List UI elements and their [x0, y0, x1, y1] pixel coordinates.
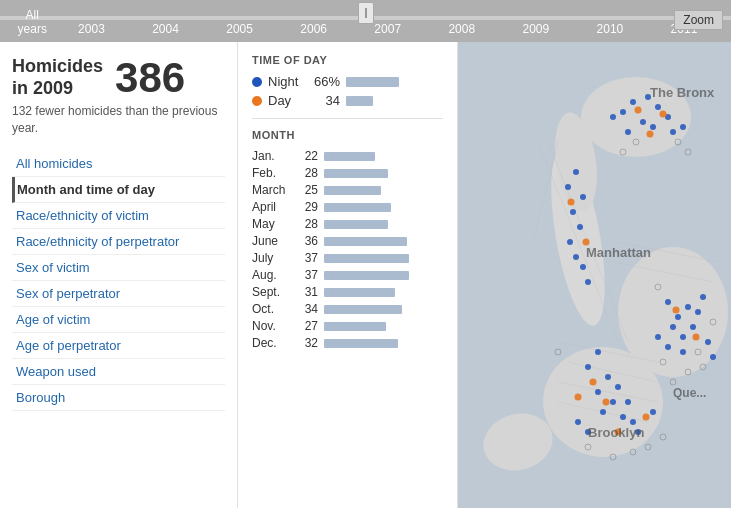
svg-point-31 [570, 209, 576, 215]
month-bar-container [324, 237, 443, 246]
month-row-oct: Oct. 34 [252, 302, 443, 316]
year-label-2009[interactable]: 2009 [499, 22, 573, 36]
svg-point-44 [620, 414, 626, 420]
svg-point-33 [567, 239, 573, 245]
svg-point-57 [690, 324, 696, 330]
year-label-2003[interactable]: 2003 [54, 22, 128, 36]
nav-item-weapon[interactable]: Weapon used [12, 359, 225, 385]
month-row-sept: Sept. 31 [252, 285, 443, 299]
svg-point-40 [595, 389, 601, 395]
month-bar-container [324, 339, 443, 348]
month-value: 36 [294, 234, 318, 248]
nav-item-all-homicides[interactable]: All homicides [12, 151, 225, 177]
svg-text:Que...: Que... [673, 386, 706, 400]
svg-point-67 [568, 199, 575, 206]
svg-point-55 [680, 334, 686, 340]
nav-item-race-perp[interactable]: Race/ethnicity of perpetrator [12, 229, 225, 255]
month-bar-container [324, 271, 443, 280]
timeline-bar[interactable]: All years2003200420052006200720082009201… [0, 0, 731, 42]
nav-item-age-perp[interactable]: Age of perpetrator [12, 333, 225, 359]
svg-point-17 [630, 99, 636, 105]
month-row-may: May 28 [252, 217, 443, 231]
timeline-slider-handle[interactable] [358, 2, 374, 24]
month-value: 22 [294, 149, 318, 163]
svg-point-36 [585, 279, 591, 285]
svg-point-60 [665, 344, 671, 350]
month-row-nov: Nov. 27 [252, 319, 443, 333]
nav-item-sex-victim[interactable]: Sex of victim [12, 255, 225, 281]
svg-point-20 [655, 104, 661, 110]
tod-bar-container [346, 77, 443, 87]
month-label: April [252, 200, 288, 214]
nav-item-month-time[interactable]: Month and time of day [12, 177, 225, 203]
year-label-2005[interactable]: 2005 [203, 22, 277, 36]
map-panel: The Bronx Manhattan Brooklyn Que... [458, 42, 731, 508]
year-label-2010[interactable]: 2010 [573, 22, 647, 36]
month-value: 37 [294, 251, 318, 265]
tod-bar [346, 96, 373, 106]
month-bar [324, 271, 409, 280]
month-row-dec: Dec. 32 [252, 336, 443, 350]
nav-item-race-victim[interactable]: Race/ethnicity of victim [12, 203, 225, 229]
svg-point-24 [625, 129, 631, 135]
tod-row-night: Night 66% [252, 74, 443, 89]
year-label-2004[interactable]: 2004 [129, 22, 203, 36]
subtitle: 132 fewer homicides than the previous ye… [12, 103, 225, 137]
month-row-march: March 25 [252, 183, 443, 197]
month-value: 34 [294, 302, 318, 316]
nav-links: All homicidesMonth and time of dayRace/e… [12, 151, 225, 411]
tod-label: Night [268, 74, 308, 89]
month-value: 28 [294, 166, 318, 180]
month-bar [324, 339, 398, 348]
month-bar [324, 186, 381, 195]
svg-point-21 [640, 119, 646, 125]
svg-point-34 [573, 254, 579, 260]
month-label: May [252, 217, 288, 231]
page-title: Homicides in 2009 [12, 56, 103, 99]
year-label-2007[interactable]: 2007 [351, 22, 425, 36]
month-bar-container [324, 254, 443, 263]
tod-dot-night [252, 77, 262, 87]
svg-point-32 [577, 224, 583, 230]
svg-point-58 [700, 294, 706, 300]
nav-item-sex-perp[interactable]: Sex of perpetrator [12, 281, 225, 307]
svg-point-38 [585, 364, 591, 370]
month-bar [324, 322, 386, 331]
title-block: Homicides in 2009 386 [12, 56, 225, 99]
tod-title: TIME OF DAY [252, 54, 443, 66]
tod-bar [346, 77, 399, 87]
svg-point-41 [615, 384, 621, 390]
month-row-april: April 29 [252, 200, 443, 214]
svg-point-72 [693, 334, 700, 341]
month-value: 27 [294, 319, 318, 333]
nav-item-borough[interactable]: Borough [12, 385, 225, 411]
year-label-All years[interactable]: All years [10, 8, 54, 36]
svg-point-37 [595, 349, 601, 355]
nav-item-age-victim[interactable]: Age of victim [12, 307, 225, 333]
svg-point-19 [620, 109, 626, 115]
month-row-aug: Aug. 37 [252, 268, 443, 282]
month-row-july: July 37 [252, 251, 443, 265]
month-label: Sept. [252, 285, 288, 299]
svg-point-26 [670, 129, 676, 135]
month-value: 28 [294, 217, 318, 231]
divider [252, 118, 443, 119]
tod-items: Night 66% Day 34 [252, 74, 443, 108]
month-bar [324, 203, 391, 212]
svg-point-43 [600, 409, 606, 415]
svg-point-62 [705, 339, 711, 345]
svg-point-51 [665, 299, 671, 305]
tod-dot-day [252, 96, 262, 106]
month-value: 25 [294, 183, 318, 197]
svg-point-56 [695, 309, 701, 315]
tod-value: 66% [314, 74, 340, 89]
month-title: MONTH [252, 129, 443, 141]
svg-point-52 [675, 314, 681, 320]
svg-point-35 [580, 264, 586, 270]
year-label-2008[interactable]: 2008 [425, 22, 499, 36]
month-bar-container [324, 305, 443, 314]
year-label-2006[interactable]: 2006 [277, 22, 351, 36]
zoom-button[interactable]: Zoom [674, 10, 723, 30]
month-label: June [252, 234, 288, 248]
svg-point-73 [603, 399, 610, 406]
